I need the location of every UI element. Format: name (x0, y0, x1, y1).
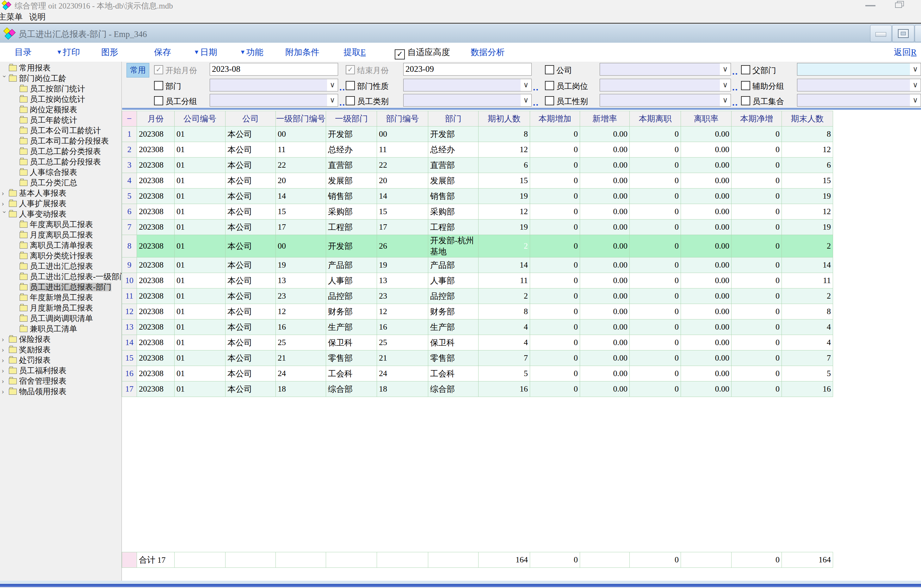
table-row[interactable]: 620230801本公司15采购部15采购部1200.0000.00012 (122, 204, 833, 220)
column-header-期初人数[interactable]: 期初人数 (478, 111, 530, 127)
tree-collapse-icon[interactable]: › (0, 75, 10, 81)
row-number-cell[interactable]: 2 (122, 142, 137, 158)
cell-本期增加[interactable]: 0 (530, 257, 580, 273)
cell-一级部门编号[interactable]: 18 (276, 381, 326, 397)
cell-离职率[interactable]: 0.00 (681, 350, 732, 366)
child-restore-button[interactable] (892, 25, 914, 42)
table-row[interactable]: 1020230801本公司13人事部13人事部1100.0000.00011 (122, 273, 833, 288)
cell-本期增加[interactable]: 0 (530, 173, 580, 189)
filter-dropdown-员工类别[interactable]: ∨ (403, 94, 532, 107)
cell-部门[interactable]: 保卫科 (428, 335, 478, 350)
toolbar-图形[interactable]: 图形 (101, 47, 118, 58)
cell-一级部门编号[interactable]: 00 (276, 127, 326, 142)
cell-本期离职[interactable]: 0 (630, 189, 681, 204)
cell-一级部门[interactable]: 品控部 (326, 288, 377, 304)
cell-本期净增[interactable]: 0 (732, 142, 782, 158)
cell-本期净增[interactable]: 0 (732, 257, 782, 273)
cell-本期净增[interactable]: 0 (732, 235, 782, 257)
cell-公司[interactable]: 本公司 (226, 381, 276, 397)
cell-一级部门编号[interactable]: 14 (276, 189, 326, 204)
cell-部门[interactable]: 采购部 (428, 204, 478, 220)
restore-icon[interactable] (895, 1, 905, 8)
cell-部门[interactable]: 产品部 (428, 257, 478, 273)
cell-部门[interactable]: 开发部 (428, 127, 478, 142)
table-row[interactable]: 1720230801本公司18综合部18综合部1600.0000.00016 (122, 381, 833, 397)
row-number-cell[interactable]: 11 (122, 288, 137, 304)
cell-月份[interactable]: 202308 (137, 189, 174, 204)
cell-公司[interactable]: 本公司 (226, 158, 276, 173)
cell-期初人数[interactable]: 8 (478, 304, 530, 319)
filter-dropdown-员工集合[interactable]: ∨ (797, 94, 921, 107)
cell-期初人数[interactable]: 2 (478, 235, 530, 257)
cell-本期增加[interactable]: 0 (530, 381, 580, 397)
cell-部门编号[interactable]: 26 (377, 235, 428, 257)
filter-checkbox-员工分组[interactable] (154, 96, 163, 105)
cell-期末人数[interactable]: 14 (782, 257, 833, 273)
table-row[interactable]: 1520230801本公司21零售部21零售部700.0000.0007 (122, 350, 833, 366)
cell-月份[interactable]: 202308 (137, 381, 174, 397)
cell-本期净增[interactable]: 0 (732, 158, 782, 173)
cell-期末人数[interactable]: 15 (782, 173, 833, 189)
cell-部门编号[interactable]: 16 (377, 319, 428, 335)
cell-部门编号[interactable]: 17 (377, 220, 428, 235)
cell-一级部门[interactable]: 开发部 (326, 127, 377, 142)
cell-公司编号[interactable]: 01 (174, 204, 226, 220)
column-header-本期净增[interactable]: 本期净增 (732, 111, 782, 127)
cell-月份[interactable]: 202308 (137, 235, 174, 257)
cell-本期增加[interactable]: 0 (530, 288, 580, 304)
toolbar-打印[interactable]: ▼打印 (56, 47, 80, 58)
cell-部门编号[interactable]: 00 (377, 127, 428, 142)
cell-本期增加[interactable]: 0 (530, 350, 580, 366)
cell-本期净增[interactable]: 0 (732, 288, 782, 304)
tree-expand-icon[interactable]: › (2, 344, 8, 355)
cell-一级部门编号[interactable]: 11 (276, 142, 326, 158)
cell-部门编号[interactable]: 25 (377, 335, 428, 350)
cell-本期离职[interactable]: 0 (630, 158, 681, 173)
cell-一级部门[interactable]: 直营部 (326, 158, 377, 173)
row-number-cell[interactable]: 8 (122, 235, 137, 257)
cell-本期增加[interactable]: 0 (530, 220, 580, 235)
cell-公司编号[interactable]: 01 (174, 142, 226, 158)
tree-item-离职员工清单报表[interactable]: 离职员工清单报表 (0, 240, 122, 251)
cell-部门[interactable]: 零售部 (428, 350, 478, 366)
cell-期末人数[interactable]: 4 (782, 319, 833, 335)
filter-checkbox-结束月份[interactable]: ✓ (346, 65, 355, 74)
cell-新增率[interactable]: 0.00 (580, 319, 630, 335)
cell-期初人数[interactable]: 16 (478, 381, 530, 397)
tree-item-人事变动报表[interactable]: ›人事变动报表 (0, 209, 122, 219)
table-row[interactable]: 320230801本公司22直营部22直营部600.0000.0006 (122, 158, 833, 173)
cell-本期增加[interactable]: 0 (530, 204, 580, 220)
column-header-离职率[interactable]: 离职率 (681, 111, 732, 127)
cell-一级部门[interactable]: 生产部 (326, 319, 377, 335)
cell-公司编号[interactable]: 01 (174, 189, 226, 204)
cell-新增率[interactable]: 0.00 (580, 127, 630, 142)
table-row[interactable]: 420230801本公司20发展部20发展部1500.0000.00015 (122, 173, 833, 189)
filter-input-结束月份[interactable]: 2023-09 (403, 63, 532, 76)
tree-item-处罚报表[interactable]: ›处罚报表 (0, 355, 122, 365)
cell-期末人数[interactable]: 8 (782, 127, 833, 142)
toolbar-目录[interactable]: 目录 (15, 47, 32, 58)
filter-browse-button-员工分组[interactable]: .. (339, 97, 345, 108)
cell-一级部门[interactable]: 发展部 (326, 173, 377, 189)
column-header-一级部门编号[interactable]: 一级部门编号 (276, 111, 326, 127)
cell-本期离职[interactable]: 0 (630, 350, 681, 366)
menu-item-1[interactable]: 说明 (29, 11, 46, 23)
tree-expand-icon[interactable]: › (2, 198, 8, 209)
tree-item-员工分类汇总[interactable]: 员工分类汇总 (0, 178, 122, 188)
cell-部门编号[interactable]: 22 (377, 158, 428, 173)
dropdown-chevron-icon[interactable]: ∨ (521, 79, 531, 91)
cell-离职率[interactable]: 0.00 (681, 288, 732, 304)
cell-本期净增[interactable]: 0 (732, 319, 782, 335)
cell-月份[interactable]: 202308 (137, 204, 174, 220)
cell-离职率[interactable]: 0.00 (681, 335, 732, 350)
cell-新增率[interactable]: 0.00 (580, 173, 630, 189)
filter-dropdown-辅助分组[interactable]: ∨ (797, 79, 921, 91)
cell-离职率[interactable]: 0.00 (681, 273, 732, 288)
cell-期初人数[interactable]: 8 (478, 127, 530, 142)
child-close-button[interactable] (914, 25, 921, 42)
cell-本期增加[interactable]: 0 (530, 319, 580, 335)
cell-期初人数[interactable]: 4 (478, 335, 530, 350)
toolbar-返回R[interactable]: 返回R (894, 47, 916, 58)
row-number-cell[interactable]: 5 (122, 189, 137, 204)
tree-item-员工年龄统计[interactable]: 员工年龄统计 (0, 115, 122, 125)
